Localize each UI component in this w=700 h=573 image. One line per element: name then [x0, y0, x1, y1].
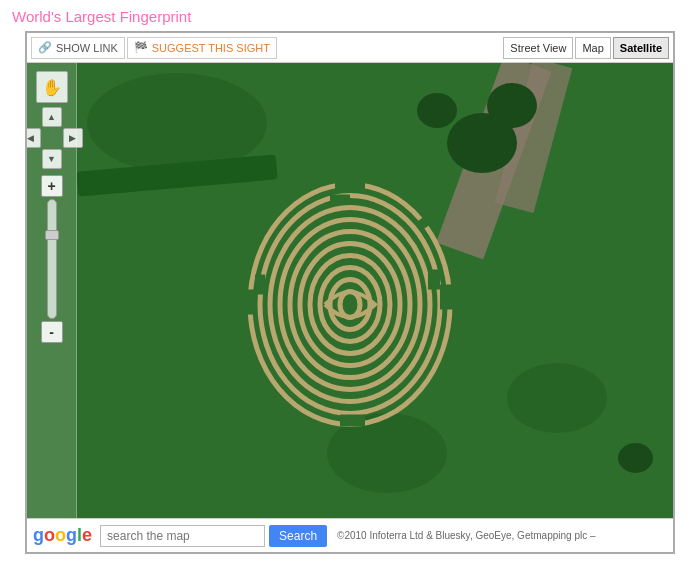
satellite-button[interactable]: Satellite — [613, 37, 669, 59]
svg-rect-15 — [440, 284, 455, 309]
page-title: World's Largest Fingerprint — [0, 0, 700, 31]
map-controls: ✋ ▲ ◀ ▶ ▼ + — [27, 63, 77, 518]
search-button[interactable]: Search — [269, 525, 327, 547]
fingerprint — [240, 169, 460, 439]
svg-point-9 — [340, 291, 360, 317]
svg-point-2 — [270, 207, 430, 401]
copyright-text: ©2010 Infoterra Ltd & Bluesky, GeoEye, G… — [337, 530, 595, 541]
nav-cell-empty-1 — [27, 107, 41, 127]
google-logo: google — [33, 525, 92, 546]
suggest-icon: 🏁 — [134, 41, 148, 54]
nav-cluster: ▲ ◀ ▶ ▼ — [27, 107, 83, 169]
zoom-track[interactable] — [47, 199, 57, 319]
nav-cell-empty-4 — [27, 149, 41, 169]
svg-rect-16 — [428, 269, 440, 289]
link-icon: 🔗 — [38, 41, 52, 54]
zoom-thumb[interactable] — [45, 230, 59, 240]
street-view-label: Street View — [510, 42, 566, 54]
suggest-sight-button[interactable]: 🏁 SUGGEST THIS SIGHT — [127, 37, 277, 59]
nav-up-button[interactable]: ▲ — [42, 107, 62, 127]
nav-left-button[interactable]: ◀ — [27, 128, 41, 148]
nav-down-button[interactable]: ▼ — [42, 149, 62, 169]
map-button[interactable]: Map — [575, 37, 610, 59]
show-link-label: SHOW LINK — [56, 42, 118, 54]
svg-rect-10 — [335, 179, 365, 191]
map-bottom: google Search ©2010 Infoterra Ltd & Blue… — [27, 518, 673, 552]
nav-cell-empty-5 — [63, 149, 83, 169]
svg-point-1 — [260, 195, 440, 413]
svg-rect-14 — [255, 274, 265, 294]
street-view-button[interactable]: Street View — [503, 37, 573, 59]
map-label: Map — [582, 42, 603, 54]
suggest-label: SUGGEST THIS SIGHT — [152, 42, 270, 54]
nav-right-button[interactable]: ▶ — [63, 128, 83, 148]
satellite-imagery: ✋ ▲ ◀ ▶ ▼ + — [27, 63, 673, 518]
map-view[interactable]: ✋ ▲ ◀ ▶ ▼ + — [27, 63, 673, 518]
trees-right-2 — [487, 83, 537, 128]
map-container: 🔗 SHOW LINK 🏁 SUGGEST THIS SIGHT Street … — [25, 31, 675, 554]
svg-point-8 — [330, 279, 370, 329]
hand-tool-button[interactable]: ✋ — [36, 71, 68, 103]
svg-point-5 — [300, 243, 400, 365]
map-toolbar: 🔗 SHOW LINK 🏁 SUGGEST THIS SIGHT Street … — [27, 33, 673, 63]
svg-rect-13 — [243, 289, 255, 314]
zoom-in-button[interactable]: + — [41, 175, 63, 197]
trees-right-3 — [417, 93, 457, 128]
show-link-button[interactable]: 🔗 SHOW LINK — [31, 37, 125, 59]
trees-bottom-right — [618, 443, 653, 473]
svg-rect-12 — [340, 414, 365, 426]
zoom-out-button[interactable]: - — [41, 321, 63, 343]
satellite-label: Satellite — [620, 42, 662, 54]
svg-rect-11 — [330, 194, 350, 204]
nav-cell-empty-2 — [63, 107, 83, 127]
search-input[interactable] — [100, 525, 265, 547]
nav-cell-empty-3 — [42, 128, 62, 148]
zoom-controls: + - — [41, 175, 63, 343]
